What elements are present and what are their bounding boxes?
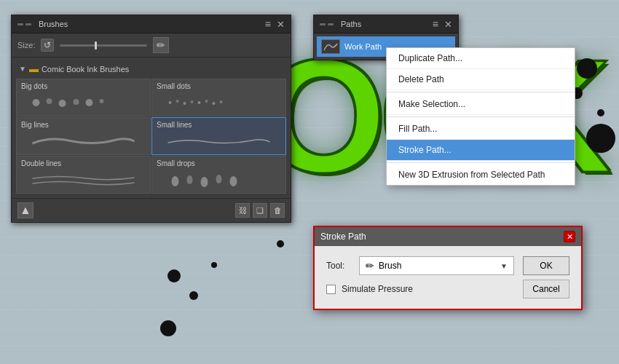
paths-titlebar-left: Paths (320, 20, 361, 28)
brush-name: Big dots (21, 82, 146, 90)
svg-point-2 (59, 100, 66, 107)
tool-select-dropdown[interactable]: ✏ Brush ▼ (359, 256, 514, 275)
brush-preview (21, 131, 146, 151)
size-slider-thumb (95, 41, 97, 50)
svg-point-4 (86, 99, 93, 106)
pen-button[interactable]: ✏ (153, 37, 169, 53)
cancel-button[interactable]: Cancel (523, 280, 569, 298)
dialog-close-icon: ✕ (567, 232, 573, 242)
size-label: Size: (17, 41, 35, 50)
splatter-dot (277, 240, 284, 248)
tool-label: Tool: (326, 261, 352, 271)
simulate-pressure-label: Simulate Pressure (342, 284, 413, 294)
brushes-group-header[interactable]: ▼ ▬ Comic Book Ink Brushes (15, 60, 288, 77)
drag-dot (328, 23, 334, 25)
context-menu-delete-path[interactable]: Delete Path (387, 69, 575, 90)
splatter-dot (189, 291, 198, 300)
brush-item[interactable]: Small dots (151, 79, 286, 116)
splatter-dot (211, 262, 217, 268)
brush-preview (21, 92, 146, 113)
context-menu-separator (387, 116, 575, 117)
simulate-pressure-checkbox[interactable] (326, 285, 336, 294)
undo-button[interactable]: ↺ (41, 39, 54, 52)
paths-menu-button[interactable]: ≡ (433, 18, 438, 30)
brushes-close-button[interactable]: ✕ (277, 20, 285, 29)
paths-close-button[interactable]: ✕ (444, 20, 452, 29)
paths-drag-handle[interactable] (320, 23, 334, 25)
context-menu-stroke-path[interactable]: Stroke Path... (387, 140, 575, 161)
drag-dot (25, 23, 31, 25)
context-menu-duplicate-path[interactable]: Duplicate Path... (387, 48, 575, 69)
splatter-dot (597, 109, 604, 116)
brushes-list: Big dots Small dots (15, 77, 288, 195)
dialog-titlebar: Stroke Path ✕ (315, 227, 581, 246)
new-brush-button[interactable]: ▲ (17, 202, 33, 218)
svg-point-6 (169, 101, 172, 104)
ok-button[interactable]: OK (523, 256, 569, 275)
splatter-dot (586, 124, 615, 153)
dialog-close-button[interactable]: ✕ (564, 231, 575, 242)
undo-icon: ↺ (44, 40, 51, 50)
path-thumbnail (321, 39, 340, 54)
brushes-content: ▼ ▬ Comic Book Ink Brushes Big dots (12, 58, 291, 198)
stroke-path-dialog: Stroke Path ✕ Tool: ✏ Brush ▼ (313, 226, 583, 310)
paths-panel-title: Paths (341, 20, 361, 28)
context-menu-new-3d[interactable]: New 3D Extrusion from Selected Path (387, 165, 575, 185)
svg-point-9 (191, 100, 194, 103)
size-slider-container (60, 44, 147, 47)
svg-point-10 (198, 101, 201, 104)
link-brushes-button[interactable]: ⛓ (235, 203, 250, 218)
group-collapse-arrow: ▼ (19, 65, 26, 73)
svg-point-11 (205, 100, 208, 103)
brush-name: Small lines (157, 121, 281, 129)
svg-point-16 (201, 177, 208, 187)
delete-icon: 🗑 (274, 206, 282, 215)
brushes-titlebar: Brushes ≡ ✕ (12, 15, 291, 33)
work-path-label: Work Path (344, 42, 382, 51)
brushes-menu-button[interactable]: ≡ (265, 18, 271, 30)
brush-item[interactable]: Big dots (16, 79, 151, 116)
brush-item[interactable]: Big lines (16, 117, 151, 155)
tool-select-value: Brush (379, 261, 401, 271)
svg-point-15 (187, 175, 193, 184)
brush-name: Small drops (157, 159, 281, 167)
brush-preview (21, 170, 146, 190)
brushes-group-name: Comic Book Ink Brushes (42, 65, 129, 74)
dialog-body: Tool: ✏ Brush ▼ Simulate Pressure (315, 246, 581, 309)
brushes-panel: Brushes ≡ ✕ Size: ↺ ✏ ▼ ▬ Comic Book Ink… (11, 15, 291, 223)
svg-point-12 (213, 102, 216, 105)
new-brush-icon: ▲ (20, 204, 31, 217)
brushes-panel-title: Brushes (39, 20, 68, 28)
context-menu-fill-path[interactable]: Fill Path... (387, 119, 575, 140)
svg-point-0 (33, 99, 40, 106)
brush-icon-small: ✏ (366, 260, 374, 272)
brush-preview (157, 92, 281, 113)
drag-dot (320, 23, 326, 25)
brushes-titlebar-left: Brushes (17, 20, 68, 28)
copy-icon: ❑ (256, 206, 264, 215)
brush-preview (157, 170, 281, 190)
brush-name: Small dots (157, 82, 281, 90)
dropdown-arrow-icon: ▼ (500, 262, 508, 270)
copy-brush-button[interactable]: ❑ (253, 203, 267, 218)
delete-brush-button[interactable]: 🗑 (270, 203, 285, 218)
svg-point-5 (100, 99, 104, 103)
dialog-content-row: Tool: ✏ Brush ▼ Simulate Pressure (326, 256, 569, 298)
brush-item[interactable]: Double lines (16, 156, 151, 194)
pen-icon: ✏ (157, 39, 165, 51)
splatter-dot (167, 269, 181, 282)
brush-name: Double lines (21, 159, 146, 167)
brush-item[interactable]: Small drops (151, 156, 286, 194)
size-slider[interactable] (60, 44, 147, 47)
dialog-title: Stroke Path (320, 232, 366, 242)
dialog-buttons: OK Cancel (523, 256, 569, 298)
tool-row: Tool: ✏ Brush ▼ (326, 256, 514, 275)
context-menu-make-selection[interactable]: Make Selection... (387, 94, 575, 115)
brush-item-selected[interactable]: Small lines (151, 117, 286, 155)
svg-point-17 (216, 175, 222, 183)
panel-drag-handle[interactable] (17, 23, 31, 25)
paths-titlebar: Paths ≡ ✕ (314, 15, 458, 33)
folder-icon: ▬ (29, 63, 39, 74)
context-menu: Duplicate Path... Delete Path Make Selec… (386, 47, 575, 186)
svg-point-13 (220, 100, 223, 103)
